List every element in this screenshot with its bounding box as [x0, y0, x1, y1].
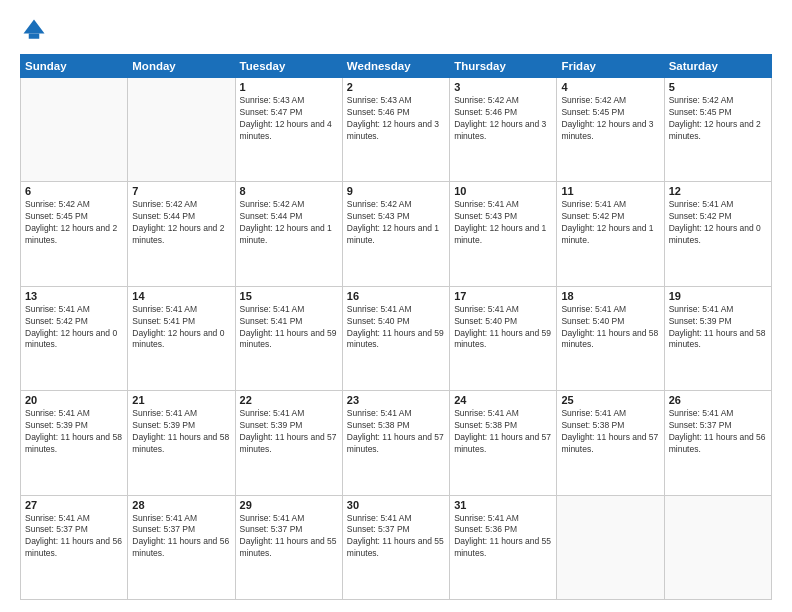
day-info: Sunrise: 5:41 AMSunset: 5:39 PMDaylight:… — [669, 304, 767, 352]
logo — [20, 16, 52, 44]
day-info: Sunrise: 5:41 AMSunset: 5:41 PMDaylight:… — [132, 304, 230, 352]
calendar-cell: 12Sunrise: 5:41 AMSunset: 5:42 PMDayligh… — [664, 182, 771, 286]
day-info: Sunrise: 5:41 AMSunset: 5:39 PMDaylight:… — [240, 408, 338, 456]
svg-rect-1 — [29, 34, 40, 39]
day-info: Sunrise: 5:42 AMSunset: 5:43 PMDaylight:… — [347, 199, 445, 247]
day-number: 27 — [25, 499, 123, 511]
day-number: 31 — [454, 499, 552, 511]
day-header-thursday: Thursday — [450, 55, 557, 78]
calendar-cell: 22Sunrise: 5:41 AMSunset: 5:39 PMDayligh… — [235, 391, 342, 495]
day-info: Sunrise: 5:41 AMSunset: 5:39 PMDaylight:… — [132, 408, 230, 456]
calendar-cell: 19Sunrise: 5:41 AMSunset: 5:39 PMDayligh… — [664, 286, 771, 390]
day-number: 3 — [454, 81, 552, 93]
calendar-cell: 9Sunrise: 5:42 AMSunset: 5:43 PMDaylight… — [342, 182, 449, 286]
day-number: 25 — [561, 394, 659, 406]
calendar-cell: 2Sunrise: 5:43 AMSunset: 5:46 PMDaylight… — [342, 78, 449, 182]
day-info: Sunrise: 5:41 AMSunset: 5:38 PMDaylight:… — [347, 408, 445, 456]
day-header-sunday: Sunday — [21, 55, 128, 78]
day-info: Sunrise: 5:41 AMSunset: 5:39 PMDaylight:… — [25, 408, 123, 456]
calendar-header-row: SundayMondayTuesdayWednesdayThursdayFrid… — [21, 55, 772, 78]
calendar-cell: 17Sunrise: 5:41 AMSunset: 5:40 PMDayligh… — [450, 286, 557, 390]
logo-icon — [20, 16, 48, 44]
day-info: Sunrise: 5:41 AMSunset: 5:42 PMDaylight:… — [25, 304, 123, 352]
calendar-cell: 5Sunrise: 5:42 AMSunset: 5:45 PMDaylight… — [664, 78, 771, 182]
day-info: Sunrise: 5:41 AMSunset: 5:40 PMDaylight:… — [454, 304, 552, 352]
calendar: SundayMondayTuesdayWednesdayThursdayFrid… — [20, 54, 772, 600]
day-number: 17 — [454, 290, 552, 302]
calendar-cell: 27Sunrise: 5:41 AMSunset: 5:37 PMDayligh… — [21, 495, 128, 599]
header — [20, 16, 772, 44]
calendar-cell: 8Sunrise: 5:42 AMSunset: 5:44 PMDaylight… — [235, 182, 342, 286]
day-info: Sunrise: 5:41 AMSunset: 5:40 PMDaylight:… — [561, 304, 659, 352]
day-info: Sunrise: 5:42 AMSunset: 5:44 PMDaylight:… — [240, 199, 338, 247]
day-number: 24 — [454, 394, 552, 406]
day-number: 13 — [25, 290, 123, 302]
day-number: 23 — [347, 394, 445, 406]
day-info: Sunrise: 5:41 AMSunset: 5:38 PMDaylight:… — [561, 408, 659, 456]
day-number: 16 — [347, 290, 445, 302]
calendar-cell: 31Sunrise: 5:41 AMSunset: 5:36 PMDayligh… — [450, 495, 557, 599]
day-info: Sunrise: 5:43 AMSunset: 5:47 PMDaylight:… — [240, 95, 338, 143]
calendar-cell: 23Sunrise: 5:41 AMSunset: 5:38 PMDayligh… — [342, 391, 449, 495]
calendar-cell: 10Sunrise: 5:41 AMSunset: 5:43 PMDayligh… — [450, 182, 557, 286]
day-number: 14 — [132, 290, 230, 302]
day-header-wednesday: Wednesday — [342, 55, 449, 78]
calendar-cell: 24Sunrise: 5:41 AMSunset: 5:38 PMDayligh… — [450, 391, 557, 495]
day-number: 2 — [347, 81, 445, 93]
svg-marker-0 — [24, 20, 45, 34]
day-number: 15 — [240, 290, 338, 302]
day-number: 1 — [240, 81, 338, 93]
day-header-friday: Friday — [557, 55, 664, 78]
day-number: 4 — [561, 81, 659, 93]
calendar-cell: 3Sunrise: 5:42 AMSunset: 5:46 PMDaylight… — [450, 78, 557, 182]
week-row-1: 6Sunrise: 5:42 AMSunset: 5:45 PMDaylight… — [21, 182, 772, 286]
day-info: Sunrise: 5:41 AMSunset: 5:37 PMDaylight:… — [240, 513, 338, 561]
calendar-cell — [557, 495, 664, 599]
day-number: 22 — [240, 394, 338, 406]
day-info: Sunrise: 5:42 AMSunset: 5:46 PMDaylight:… — [454, 95, 552, 143]
day-number: 28 — [132, 499, 230, 511]
day-header-monday: Monday — [128, 55, 235, 78]
day-info: Sunrise: 5:41 AMSunset: 5:43 PMDaylight:… — [454, 199, 552, 247]
week-row-0: 1Sunrise: 5:43 AMSunset: 5:47 PMDaylight… — [21, 78, 772, 182]
day-number: 6 — [25, 185, 123, 197]
day-number: 29 — [240, 499, 338, 511]
calendar-cell: 14Sunrise: 5:41 AMSunset: 5:41 PMDayligh… — [128, 286, 235, 390]
day-info: Sunrise: 5:43 AMSunset: 5:46 PMDaylight:… — [347, 95, 445, 143]
day-number: 18 — [561, 290, 659, 302]
calendar-cell: 6Sunrise: 5:42 AMSunset: 5:45 PMDaylight… — [21, 182, 128, 286]
calendar-cell — [21, 78, 128, 182]
calendar-cell: 21Sunrise: 5:41 AMSunset: 5:39 PMDayligh… — [128, 391, 235, 495]
week-row-2: 13Sunrise: 5:41 AMSunset: 5:42 PMDayligh… — [21, 286, 772, 390]
calendar-cell — [128, 78, 235, 182]
calendar-cell: 20Sunrise: 5:41 AMSunset: 5:39 PMDayligh… — [21, 391, 128, 495]
day-number: 20 — [25, 394, 123, 406]
day-info: Sunrise: 5:42 AMSunset: 5:45 PMDaylight:… — [561, 95, 659, 143]
calendar-cell — [664, 495, 771, 599]
calendar-cell: 13Sunrise: 5:41 AMSunset: 5:42 PMDayligh… — [21, 286, 128, 390]
calendar-cell: 26Sunrise: 5:41 AMSunset: 5:37 PMDayligh… — [664, 391, 771, 495]
day-number: 7 — [132, 185, 230, 197]
day-info: Sunrise: 5:41 AMSunset: 5:37 PMDaylight:… — [347, 513, 445, 561]
day-number: 21 — [132, 394, 230, 406]
calendar-cell: 4Sunrise: 5:42 AMSunset: 5:45 PMDaylight… — [557, 78, 664, 182]
day-number: 26 — [669, 394, 767, 406]
day-info: Sunrise: 5:41 AMSunset: 5:37 PMDaylight:… — [669, 408, 767, 456]
day-info: Sunrise: 5:41 AMSunset: 5:40 PMDaylight:… — [347, 304, 445, 352]
week-row-3: 20Sunrise: 5:41 AMSunset: 5:39 PMDayligh… — [21, 391, 772, 495]
calendar-cell: 16Sunrise: 5:41 AMSunset: 5:40 PMDayligh… — [342, 286, 449, 390]
calendar-cell: 25Sunrise: 5:41 AMSunset: 5:38 PMDayligh… — [557, 391, 664, 495]
day-info: Sunrise: 5:41 AMSunset: 5:38 PMDaylight:… — [454, 408, 552, 456]
day-header-saturday: Saturday — [664, 55, 771, 78]
day-info: Sunrise: 5:41 AMSunset: 5:36 PMDaylight:… — [454, 513, 552, 561]
day-number: 12 — [669, 185, 767, 197]
day-info: Sunrise: 5:42 AMSunset: 5:44 PMDaylight:… — [132, 199, 230, 247]
day-number: 30 — [347, 499, 445, 511]
day-info: Sunrise: 5:42 AMSunset: 5:45 PMDaylight:… — [25, 199, 123, 247]
day-info: Sunrise: 5:41 AMSunset: 5:41 PMDaylight:… — [240, 304, 338, 352]
calendar-cell: 7Sunrise: 5:42 AMSunset: 5:44 PMDaylight… — [128, 182, 235, 286]
day-info: Sunrise: 5:41 AMSunset: 5:37 PMDaylight:… — [25, 513, 123, 561]
calendar-cell: 11Sunrise: 5:41 AMSunset: 5:42 PMDayligh… — [557, 182, 664, 286]
day-info: Sunrise: 5:41 AMSunset: 5:37 PMDaylight:… — [132, 513, 230, 561]
day-number: 9 — [347, 185, 445, 197]
